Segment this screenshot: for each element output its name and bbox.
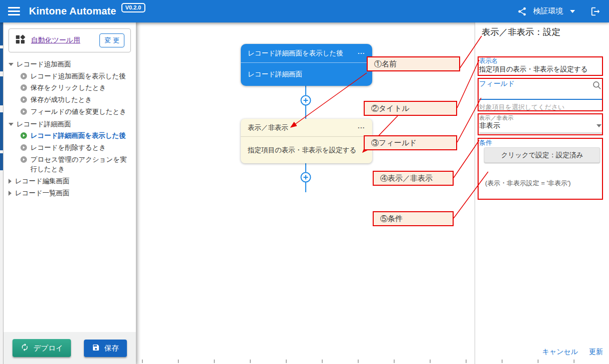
condition-label: 条件	[479, 138, 492, 147]
deploy-button[interactable]: デプロイ	[12, 339, 71, 357]
app-name-link[interactable]: 自動化ツール用	[31, 36, 94, 45]
action-node[interactable]: 表示／非表示 ••• 指定項目の表示・非表示を設定する	[241, 119, 372, 163]
event-play-icon	[20, 156, 27, 164]
app-bar: Kintone Automate V0.2.0 検証環境	[0, 0, 609, 22]
cancel-button[interactable]: キャンセル	[542, 348, 578, 357]
event-tree: レコード追加画面 レコード追加画面を表示した後 保存をクリックしたとき 保存が成…	[3, 56, 136, 199]
left-scroll-strip	[0, 22, 3, 364]
add-step-button[interactable]	[300, 172, 311, 183]
event-play-icon	[20, 96, 27, 104]
node-menu-icon[interactable]: •••	[358, 125, 365, 130]
trigger-node-title: レコード詳細画面を表示した後	[248, 49, 358, 58]
tree-item[interactable]: 保存をクリックしたとき	[8, 82, 134, 94]
condition-summary: (表示・非表示設定 = '非表示')	[485, 179, 571, 188]
tree-item[interactable]: 保存が成功したとき	[8, 94, 134, 106]
expand-triangle-icon	[8, 179, 11, 184]
field-picker-label: フィールド	[479, 79, 515, 88]
visibility-select-underline	[479, 133, 603, 133]
canvas-page-ticks	[142, 360, 608, 363]
version-badge: V0.2.0	[121, 3, 145, 12]
tree-item[interactable]: レコードを削除するとき	[8, 142, 134, 154]
field-picker-placeholder: 対象項目を選択してください	[479, 103, 565, 112]
trigger-node[interactable]: レコード詳細画面を表示した後 ••• レコード詳細画面	[241, 44, 372, 86]
sidebar: 自動化ツール用 変 更 レコード追加画面 レコード追加画面を表示した後 保存をク…	[3, 22, 136, 364]
expand-triangle-icon	[8, 191, 11, 196]
tree-item[interactable]: フィールドの値を変更したとき	[8, 106, 134, 118]
tree-group-record-add[interactable]: レコード追加画面	[8, 58, 134, 70]
display-name-label: 表示名	[479, 57, 498, 65]
panel-title: 表示／非表示：設定	[482, 26, 561, 38]
collapse-triangle-icon	[8, 123, 13, 126]
tree-group-record-detail[interactable]: レコード詳細画面	[8, 118, 134, 130]
hamburger-menu-icon[interactable]	[8, 5, 20, 17]
event-play-icon	[20, 108, 27, 116]
kintone-app-icon	[15, 34, 26, 47]
tree-group-record-list[interactable]: レコード一覧画面	[8, 187, 134, 199]
event-play-icon-active	[20, 132, 27, 140]
flow-canvas: レコード詳細画面を表示した後 ••• レコード詳細画面 表示／非表示 ••• 指…	[136, 22, 475, 364]
app-window: Kintone Automate V0.2.0 検証環境 自動化ツール用	[0, 0, 609, 364]
sidebar-footer: デプロイ 保存	[3, 332, 136, 364]
sync-icon	[20, 343, 29, 353]
display-name-value[interactable]: 指定項目の表示・非表示を設定する	[479, 65, 588, 74]
chevron-down-icon[interactable]	[570, 10, 575, 13]
visibility-select-label: 表示／非表示	[479, 114, 514, 122]
action-node-title: 表示／非表示	[248, 123, 358, 132]
visibility-select-value[interactable]: 非表示	[479, 121, 500, 130]
condition-set-button[interactable]: クリックで設定：設定済み	[484, 147, 600, 163]
field-picker-input[interactable]	[479, 99, 603, 100]
collapse-triangle-icon	[8, 63, 13, 66]
change-app-button[interactable]: 変 更	[99, 33, 124, 47]
dropdown-caret-icon[interactable]	[597, 124, 602, 127]
app-selector: 自動化ツール用 変 更	[8, 28, 131, 52]
app-title: Kintone Automate	[29, 5, 116, 17]
trigger-node-app: レコード詳細画面	[241, 63, 372, 86]
tree-item[interactable]: プロセス管理のアクションを実行したとき	[8, 154, 134, 175]
search-icon[interactable]	[592, 80, 602, 92]
tree-item[interactable]: レコード追加画面を表示した後	[8, 70, 134, 82]
settings-panel: 表示／非表示：設定 表示名 指定項目の表示・非表示を設定する フィールド 対象項…	[475, 22, 609, 364]
add-step-button[interactable]	[300, 95, 311, 106]
update-button[interactable]: 更新	[589, 348, 603, 357]
floppy-save-icon	[92, 344, 100, 353]
event-play-icon	[20, 144, 27, 152]
event-play-icon	[20, 73, 27, 81]
logout-icon[interactable]	[590, 6, 601, 17]
share-icon[interactable]	[517, 6, 527, 16]
save-button[interactable]: 保存	[84, 340, 127, 357]
node-menu-icon[interactable]: •••	[358, 51, 365, 55]
tree-item-active[interactable]: レコード詳細画面を表示した後	[8, 130, 134, 142]
action-node-description: 指定項目の表示・非表示を設定する	[241, 137, 372, 163]
environment-selector[interactable]: 検証環境	[533, 6, 563, 16]
tree-group-record-edit[interactable]: レコード編集画面	[8, 175, 134, 187]
event-play-icon	[20, 84, 27, 92]
